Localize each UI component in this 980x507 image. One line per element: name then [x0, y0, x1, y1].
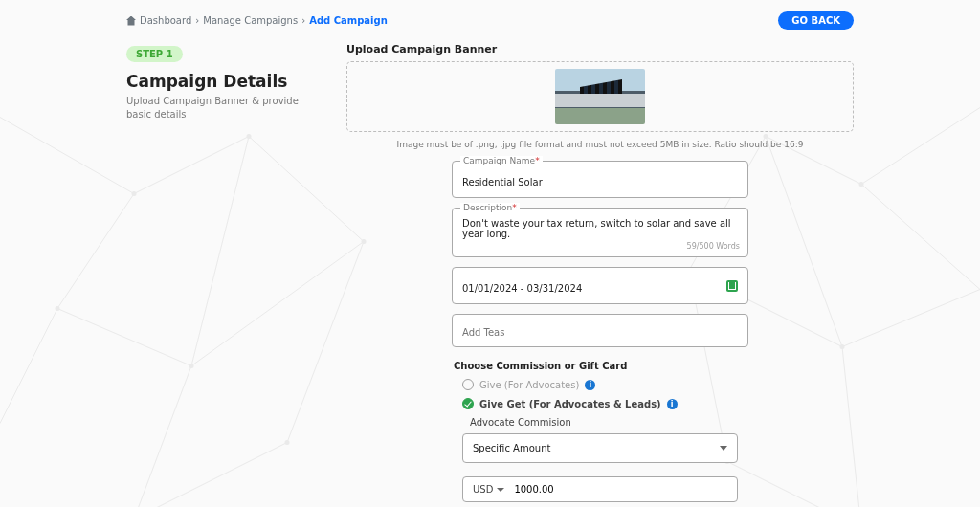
banner-hint: Image must be of .png, .jpg file format …	[346, 140, 854, 149]
date-range-field	[452, 267, 748, 304]
radio-checked-icon	[462, 398, 474, 409]
svg-point-7	[859, 182, 864, 187]
info-icon[interactable]: i	[585, 380, 595, 390]
banner-heading: Upload Campaign Banner	[346, 43, 854, 55]
radio-give-get[interactable]: Give Get (For Advocates & Leads) i	[457, 398, 744, 409]
banner-preview	[555, 69, 645, 124]
campaign-name-field: Campaign Name*	[452, 161, 748, 198]
commission-heading: Choose Commission or Gift Card	[452, 361, 748, 371]
amount-type-select[interactable]: Specific Amount	[462, 433, 738, 463]
banner-upload-area[interactable]	[346, 61, 854, 132]
tags-input[interactable]	[462, 327, 738, 338]
step-badge: STEP 1	[126, 46, 183, 62]
chevron-down-icon	[720, 446, 727, 451]
breadcrumb: Dashboard › Manage Campaigns › Add Campa…	[126, 15, 388, 26]
advocate-amount-input[interactable]	[514, 484, 727, 495]
advocate-commission-label: Advocate Commision	[458, 417, 742, 428]
info-icon[interactable]: i	[667, 399, 678, 409]
word-count: 59/500 Words	[687, 242, 740, 251]
go-back-button[interactable]: GO BACK	[778, 11, 854, 30]
breadcrumb-manage[interactable]: Manage Campaigns	[203, 15, 298, 26]
tags-field	[452, 314, 748, 347]
svg-point-4	[56, 306, 60, 311]
page-subtitle: Upload Campaign Banner & provide basic d…	[126, 95, 299, 121]
home-icon[interactable]	[126, 16, 136, 26]
page-title: Campaign Details	[126, 72, 299, 91]
radio-icon	[462, 379, 474, 390]
calendar-icon[interactable]	[726, 280, 738, 292]
breadcrumb-current: Add Campaign	[309, 15, 388, 26]
breadcrumb-dashboard[interactable]: Dashboard	[140, 15, 191, 26]
description-field: Description* Don't waste your tax return…	[452, 208, 748, 257]
campaign-name-input[interactable]	[462, 177, 738, 187]
date-range-input[interactable]	[462, 283, 738, 294]
currency-select-1[interactable]: USD	[473, 484, 504, 495]
radio-give[interactable]: Give (For Advocates) i	[457, 379, 744, 390]
advocate-amount-field: USD	[462, 476, 738, 502]
